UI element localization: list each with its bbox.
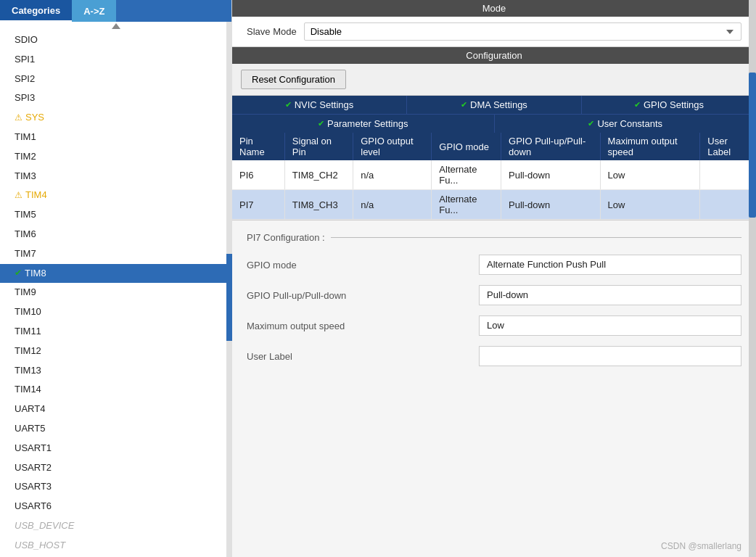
sidebar-item-label: TIM11: [15, 324, 41, 339]
config-field-value: Alternate Function Push Pull: [479, 255, 741, 275]
sidebar-item[interactable]: TIM11: [0, 322, 231, 342]
sidebar-item[interactable]: TIM2: [0, 147, 231, 167]
sidebar-item-label: USART2: [15, 461, 52, 476]
sidebar-item-label: UART5: [15, 421, 45, 437]
table-cell: PI6: [232, 160, 284, 190]
sidebar-item[interactable]: SPI2: [0, 70, 231, 89]
col-speed: Maximum output speed: [600, 133, 700, 160]
config-row: GPIO Pull-up/Pull-downPull-down: [247, 285, 741, 305]
param-check-icon: ✔: [318, 119, 324, 128]
table-cell: Alternate Fu...: [432, 190, 501, 220]
sidebar-item-label: USART3: [15, 479, 52, 495]
check-icon: ✔: [15, 266, 22, 280]
sidebar-item-label: SPI1: [15, 52, 35, 67]
mode-header: Mode: [232, 0, 756, 17]
warning-icon: ⚠: [15, 189, 22, 202]
table-row[interactable]: PI7TIM8_CH3n/aAlternate Fu...Pull-downLo…: [232, 190, 756, 220]
sidebar-item-label: UART4: [15, 402, 45, 417]
sidebar-item[interactable]: TIM7: [0, 244, 231, 264]
sidebar-item[interactable]: USB_DEVICE: [0, 516, 231, 536]
nvic-label: NVIC Settings: [295, 99, 354, 110]
sidebar-item[interactable]: TIM1: [0, 128, 231, 147]
tab-nvic-settings[interactable]: ✔ NVIC Settings: [232, 96, 407, 114]
sidebar-item-label: USART6: [15, 499, 52, 514]
tab-categories[interactable]: Categories: [0, 0, 72, 22]
sidebar-item-label: TIM14: [15, 382, 41, 397]
sidebar-item-label: USART1: [15, 441, 52, 456]
reset-configuration-button[interactable]: Reset Configuration: [241, 70, 346, 89]
tab-gpio-settings[interactable]: ✔ GPIO Settings: [582, 96, 756, 114]
sidebar-item-label: TIM9: [15, 285, 36, 300]
sidebar-item[interactable]: TIM12: [0, 342, 231, 361]
table-row[interactable]: PI6TIM8_CH2n/aAlternate Fu...Pull-downLo…: [232, 160, 756, 190]
gpio-table-body: PI6TIM8_CH2n/aAlternate Fu...Pull-downLo…: [232, 160, 756, 220]
sidebar-item-label: TIM3: [15, 169, 36, 184]
sidebar-item-label: SYS: [25, 110, 44, 125]
sidebar-item[interactable]: SDIO: [0, 30, 231, 50]
sidebar-item[interactable]: SPI3: [0, 88, 231, 108]
table-cell: n/a: [353, 190, 432, 220]
col-pull: GPIO Pull-up/Pull-down: [501, 133, 601, 160]
table-cell: n/a: [353, 160, 432, 190]
sidebar-item[interactable]: USART1: [0, 439, 231, 458]
sidebar-item[interactable]: TIM13: [0, 361, 231, 381]
tab-dma-settings[interactable]: ✔ DMA Settings: [407, 96, 582, 114]
table-cell: TIM8_CH3: [284, 190, 353, 220]
sidebar-item[interactable]: TIM9: [0, 283, 231, 302]
config-field-value: Pull-down: [479, 285, 741, 305]
sidebar-item[interactable]: TIM5: [0, 205, 231, 225]
sidebar-item[interactable]: TIM14: [0, 380, 231, 400]
reset-btn-row: Reset Configuration: [232, 64, 756, 96]
sidebar-item[interactable]: USART3: [0, 477, 231, 497]
sidebar-item-label: USB_HOST: [15, 538, 65, 553]
table-cell: Alternate Fu...: [432, 160, 501, 190]
tab-parameter-settings[interactable]: ✔ Parameter Settings: [232, 115, 495, 133]
watermark: CSDN @smallerlang: [661, 541, 741, 551]
config-row: User Label: [247, 346, 741, 366]
user-const-check-icon: ✔: [588, 119, 594, 128]
nvic-check-icon: ✔: [285, 100, 292, 110]
table-cell: [700, 190, 756, 220]
sidebar-item-label: TIM13: [15, 363, 41, 379]
sidebar-item[interactable]: TIM10: [0, 302, 231, 322]
sidebar-item[interactable]: ⚠TIM4: [0, 186, 231, 205]
sidebar-item-label: TIM12: [15, 344, 41, 359]
warning-icon: ⚠: [15, 111, 22, 125]
sidebar-item[interactable]: UART5: [0, 419, 231, 439]
sidebar-item-label: TIM8: [25, 266, 46, 281]
sidebar-item-label: USB_DEVICE: [15, 519, 74, 534]
sidebar-scrollbar[interactable]: [226, 22, 232, 557]
sidebar-item-label: TIM4: [25, 188, 47, 203]
main-scrollbar[interactable]: [749, 0, 756, 557]
config-section: Configuration Reset Configuration ✔ NVIC…: [232, 47, 756, 557]
sidebar-scroll-up[interactable]: [0, 22, 231, 30]
pi7-config-fields: GPIO modeAlternate Function Push PullGPI…: [247, 255, 741, 366]
tabs-row1: ✔ NVIC Settings ✔ DMA Settings ✔ GPIO Se…: [232, 96, 756, 114]
sidebar-item[interactable]: USART6: [0, 497, 231, 516]
config-header: Configuration: [232, 47, 756, 64]
scroll-up-arrow[interactable]: [112, 23, 120, 29]
pi7-config-title: PI7 Configuration :: [247, 232, 741, 243]
sidebar-item[interactable]: UART4: [0, 400, 231, 419]
slave-mode-row: Slave Mode Disable: [232, 17, 756, 46]
sidebar-item[interactable]: ⚠SYS: [0, 108, 231, 128]
gpio-table: Pin Name Signal on Pin GPIO output level…: [232, 133, 756, 220]
sidebar-item[interactable]: SPI1: [0, 50, 231, 70]
gpio-label: GPIO Settings: [644, 99, 704, 110]
config-row: Maximum output speedLow: [247, 315, 741, 336]
sidebar-item-label: SPI3: [15, 91, 35, 106]
tab-az[interactable]: A->Z: [72, 0, 116, 22]
table-cell: Pull-down: [501, 160, 601, 190]
sidebar-item[interactable]: TIM6: [0, 225, 231, 244]
sidebar-item[interactable]: TIM3: [0, 167, 231, 186]
mode-section: Mode Slave Mode Disable: [232, 0, 756, 47]
slave-mode-select[interactable]: Disable: [304, 22, 741, 41]
sidebar-item[interactable]: USB_HOST: [0, 536, 231, 556]
config-field-label: GPIO Pull-up/Pull-down: [247, 290, 479, 301]
tabs-row2: ✔ Parameter Settings ✔ User Constants: [232, 114, 756, 133]
col-gpio-output: GPIO output level: [353, 133, 432, 160]
sidebar-item[interactable]: USART2: [0, 458, 231, 478]
dma-label: DMA Settings: [470, 99, 527, 110]
sidebar-item[interactable]: ✔TIM8: [0, 264, 231, 284]
tab-user-constants[interactable]: ✔ User Constants: [495, 115, 757, 133]
